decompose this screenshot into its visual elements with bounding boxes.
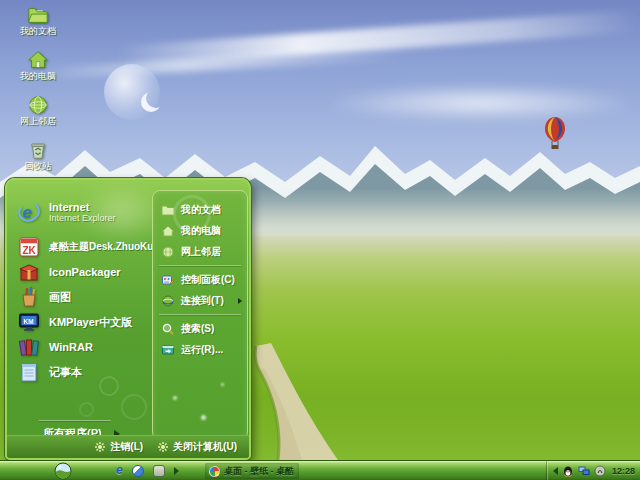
menu-item-zhuoku-theme[interactable]: ZK 桌酷主题Desk.ZhuoKu.Com — [13, 234, 151, 259]
iconpackager-icon — [17, 260, 41, 284]
winrar-icon — [17, 335, 41, 359]
sparkle-decoration — [221, 383, 224, 386]
menu-item-iconpackager[interactable]: IconPackager — [13, 259, 151, 284]
network-places-icon — [161, 245, 175, 259]
menu-item-notepad[interactable]: 记事本 — [13, 359, 151, 384]
my-computer-icon — [27, 49, 49, 71]
menu-item-title: 记事本 — [49, 366, 82, 378]
menu-item-run[interactable]: 运行(R)... — [153, 339, 247, 360]
network-tray-icon[interactable] — [578, 465, 590, 477]
start-menu-footer: 注销(L) 关闭计算机(U) — [7, 435, 249, 458]
menu-item-title: WinRAR — [49, 341, 93, 353]
desktop-screen: 我的文档 我的电脑 网上邻居 回收站 — [0, 0, 640, 480]
start-menu: e Internet Internet Explorer ZK 桌酷主题Desk… — [5, 178, 251, 460]
run-icon — [161, 343, 175, 357]
desktop-icon-network-places[interactable]: 网上邻居 — [6, 94, 70, 128]
bubble-decoration — [79, 402, 94, 417]
gear-icon — [94, 441, 106, 453]
menu-item-label: 控制面板(C) — [181, 273, 235, 287]
menu-item-label: 网上邻居 — [181, 245, 221, 259]
bubble-decoration — [173, 195, 211, 233]
start-menu-pinned-list: e Internet Internet Explorer ZK 桌酷主题Desk… — [13, 194, 151, 384]
menu-item-search[interactable]: 搜索(S) — [153, 318, 247, 339]
menu-item-title: IconPackager — [49, 266, 121, 278]
menu-item-connect-to[interactable]: 连接到(T) — [153, 290, 247, 311]
pinwheel-icon — [209, 466, 220, 477]
menu-item-network-places[interactable]: 网上邻居 — [153, 241, 247, 262]
shut-down-button[interactable]: 关闭计算机(U) — [157, 440, 237, 454]
menu-item-winrar[interactable]: WinRAR — [13, 334, 151, 359]
language-tray-icon[interactable] — [594, 465, 606, 477]
menu-item-subtitle: Internet Explorer — [49, 213, 116, 224]
task-button-label: 桌面 - 壁纸 - 桌酷... — [224, 465, 295, 478]
dirt-path — [240, 330, 370, 460]
bubble-decoration — [121, 394, 147, 420]
menu-item-paint[interactable]: 画图 — [13, 284, 151, 309]
quick-launch: e — [116, 464, 179, 477]
menu-item-control-panel[interactable]: 控制面板(C) — [153, 269, 247, 290]
desktop-icon-recycle-bin[interactable]: 回收站 — [6, 139, 70, 173]
notepad-icon — [17, 360, 41, 384]
menu-item-title: KMPlayer中文版 — [49, 316, 132, 328]
cloud — [320, 84, 640, 122]
svg-text:ZK: ZK — [23, 244, 37, 255]
menu-separator — [39, 420, 111, 421]
zhuoku-theme-icon: ZK — [17, 235, 41, 259]
show-desktop-icon[interactable] — [153, 465, 165, 477]
start-menu-places-panel: 我的文档 我的电脑 网上邻居 — [152, 190, 248, 440]
sparkle-decoration — [173, 396, 177, 400]
log-off-button[interactable]: 注销(L) — [94, 440, 143, 454]
paint-icon — [17, 285, 41, 309]
system-tray: 12:28 — [546, 461, 640, 480]
log-off-label: 注销(L) — [110, 440, 143, 454]
recycle-bin-icon — [27, 139, 49, 161]
qq-tray-icon[interactable] — [562, 465, 574, 477]
network-places-icon — [27, 94, 49, 116]
gear-icon — [157, 441, 169, 453]
menu-item-title: 画图 — [49, 291, 71, 303]
clock[interactable]: 12:28 — [612, 466, 635, 476]
desktop-icon-label: 网上邻居 — [6, 116, 70, 127]
connect-to-icon — [161, 294, 175, 308]
menu-item-kmplayer[interactable]: KM KMPlayer中文版 — [13, 309, 151, 334]
chevron-right-icon[interactable] — [174, 467, 179, 475]
my-computer-icon — [161, 224, 175, 238]
internet-explorer-icon[interactable]: e — [116, 464, 123, 477]
menu-item-label: 运行(R)... — [181, 343, 223, 357]
svg-text:KM: KM — [24, 317, 34, 324]
control-panel-icon — [161, 273, 175, 287]
menu-item-title: Internet — [49, 201, 116, 213]
desktop-icon-label: 我的文档 — [6, 26, 70, 37]
task-button-wallpaper[interactable]: 桌面 - 壁纸 - 桌酷... — [205, 463, 299, 479]
start-button[interactable] — [54, 462, 72, 480]
internet-explorer-icon: e — [17, 200, 41, 224]
desktop-icon-my-documents[interactable]: 我的文档 — [6, 4, 70, 38]
browser-icon[interactable] — [132, 465, 144, 477]
desktop-icon-list: 我的文档 我的电脑 网上邻居 回收站 — [6, 4, 72, 184]
sparkle-decoration — [201, 415, 206, 420]
shut-down-label: 关闭计算机(U) — [173, 440, 237, 454]
chevron-left-icon[interactable] — [553, 467, 558, 475]
taskbar: e 桌面 - 壁纸 - 桌酷... 1 — [0, 460, 640, 480]
crescent-moon — [146, 88, 166, 108]
search-icon — [161, 322, 175, 336]
my-documents-icon — [27, 4, 49, 26]
menu-item-label: 搜索(S) — [181, 322, 214, 336]
menu-separator — [159, 265, 241, 266]
menu-item-internet[interactable]: e Internet Internet Explorer — [13, 194, 151, 230]
kmplayer-icon: KM — [17, 310, 41, 334]
menu-separator — [159, 314, 241, 315]
hot-air-balloon — [544, 116, 566, 150]
submenu-arrow-icon — [238, 298, 242, 304]
menu-item-label: 连接到(T) — [181, 294, 224, 308]
desktop-icon-label: 我的电脑 — [6, 71, 70, 82]
desktop-icon-my-computer[interactable]: 我的电脑 — [6, 49, 70, 83]
svg-text:e: e — [23, 203, 32, 222]
desktop-icon-label: 回收站 — [6, 161, 70, 172]
